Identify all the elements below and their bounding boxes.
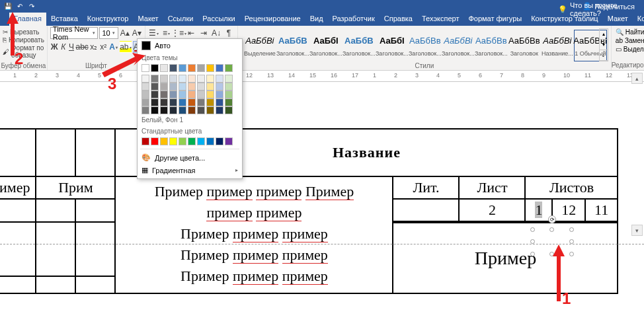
color-swatch[interactable] (169, 75, 177, 83)
style-item[interactable]: АаБбВвЗаголовок... (409, 30, 442, 61)
tab-вид[interactable]: Вид (305, 13, 328, 26)
font-size-combo[interactable]: 10▾ (99, 27, 118, 39)
color-swatch[interactable] (216, 137, 223, 145)
body-word[interactable]: пример (206, 204, 252, 221)
color-swatch[interactable] (206, 75, 214, 83)
color-swatch[interactable] (197, 83, 205, 91)
num-listov-3[interactable]: 11 (585, 199, 618, 222)
color-swatch[interactable] (169, 83, 177, 91)
white-bg1-row[interactable]: Белый, Фон 1 (138, 116, 242, 126)
save-icon[interactable]: 💾 (4, 3, 12, 11)
redo-icon[interactable]: ↷ (28, 3, 36, 11)
style-item[interactable]: АаБбІЗаголовок... (376, 30, 409, 61)
color-swatch[interactable] (160, 98, 168, 106)
auto-color-button[interactable]: Авто (138, 39, 242, 52)
num-lit[interactable] (393, 199, 459, 222)
color-swatch[interactable] (188, 137, 196, 145)
color-swatch[interactable] (141, 91, 149, 98)
style-item[interactable]: АаБбІЗаголовок... (309, 30, 342, 61)
header-lit[interactable]: Лит. (393, 176, 459, 199)
color-swatch[interactable] (225, 75, 233, 83)
color-swatch[interactable] (151, 83, 159, 91)
color-swatch[interactable] (188, 83, 196, 91)
multilevel-button[interactable]: ⋮≡ (173, 27, 185, 39)
style-item[interactable]: АаБбВіВыделение (243, 30, 276, 61)
color-swatch[interactable] (206, 91, 214, 98)
tab-формат фигуры[interactable]: Формат фигуры (463, 13, 526, 26)
show-marks-button[interactable]: ¶ (223, 27, 235, 39)
color-swatch[interactable] (179, 98, 186, 106)
body-cell[interactable]: Пример пример пример Примерпример пример… (115, 176, 393, 293)
color-swatch[interactable] (206, 83, 214, 91)
color-swatch[interactable] (188, 98, 196, 106)
font-name-combo[interactable]: Times New Rom▾ (50, 27, 99, 39)
color-swatch[interactable] (197, 75, 205, 83)
color-swatch[interactable] (160, 83, 168, 91)
style-item[interactable]: АаБбВЗаголовок... (342, 30, 376, 61)
color-swatch[interactable] (216, 64, 223, 72)
bold-button[interactable]: Ж (50, 41, 59, 53)
body-word[interactable]: пример (282, 268, 328, 285)
highlight-button[interactable]: ab (120, 41, 132, 53)
document-content[interactable]: Название ример Прим Пример пример пример… (0, 128, 618, 294)
numbering-button[interactable]: ≡ (161, 27, 173, 39)
undo-icon[interactable]: ↶ (16, 3, 24, 11)
color-swatch[interactable] (197, 137, 205, 145)
color-swatch[interactable] (151, 98, 159, 106)
num-list[interactable]: 2 (459, 199, 525, 222)
styles-scroll[interactable]: ▴ ▾ ⌄ (599, 28, 608, 61)
color-swatch[interactable] (216, 98, 223, 106)
horizontal-ruler[interactable]: 1234567891011121314151617123456789101112… (0, 71, 644, 82)
header-listov[interactable]: Листов (525, 176, 618, 199)
color-swatch[interactable] (206, 98, 214, 106)
select-button[interactable]: ▭Выделить (616, 45, 644, 54)
body-word[interactable]: пример (233, 268, 278, 285)
color-swatch[interactable] (160, 137, 168, 145)
subscript-button[interactable]: x₂ (89, 41, 98, 53)
color-swatch[interactable] (169, 64, 177, 72)
color-swatch[interactable] (216, 83, 223, 91)
color-swatch[interactable] (188, 75, 196, 83)
styles-up-icon[interactable]: ▴ (600, 29, 608, 40)
increase-indent-button[interactable]: ⇥ (198, 27, 210, 39)
color-swatch[interactable] (188, 91, 196, 98)
tell-me-field[interactable]: 💡 Что вы хотите сделать? (558, 1, 644, 17)
color-swatch[interactable] (206, 64, 214, 72)
color-swatch[interactable] (151, 137, 159, 145)
replace-button[interactable]: abЗаменить (616, 36, 644, 45)
color-swatch[interactable] (197, 98, 205, 106)
color-swatch[interactable] (216, 75, 223, 83)
style-item[interactable]: АаБбВЗаголовок... (276, 30, 309, 61)
body-word[interactable]: Пример (181, 268, 233, 284)
color-swatch[interactable] (169, 106, 177, 114)
color-swatch[interactable] (206, 106, 214, 114)
color-swatch[interactable] (197, 64, 205, 72)
side-cell-2[interactable]: Прим (36, 176, 115, 199)
color-swatch[interactable] (225, 83, 233, 91)
color-swatch[interactable] (179, 75, 186, 83)
color-swatch[interactable] (197, 106, 205, 114)
styles-gallery[interactable]: АаБбВіВыделениеАаБбВЗаголовок...АаБбІЗаг… (241, 27, 608, 61)
styles-more-icon[interactable]: ⌄ (600, 50, 608, 61)
styles-down-icon[interactable]: ▾ (600, 40, 608, 50)
italic-button[interactable]: К (60, 41, 67, 53)
color-swatch[interactable] (160, 64, 168, 72)
side-cell-1[interactable]: ример (0, 176, 36, 199)
decrease-indent-button[interactable]: ⇤ (186, 27, 198, 39)
selected-number[interactable]: 1 (535, 202, 542, 218)
tab-ссылки[interactable]: Ссылки (163, 13, 198, 26)
color-swatch[interactable] (179, 91, 186, 98)
body-word[interactable]: пример (206, 183, 252, 200)
color-swatch[interactable] (216, 106, 223, 114)
font-color-dropdown[interactable]: Авто Цвета темы Белый, Фон 1 Стандартные… (137, 38, 243, 179)
body-word[interactable]: Пример (155, 183, 207, 200)
color-swatch[interactable] (141, 83, 149, 91)
color-swatch[interactable] (160, 106, 168, 114)
underline-button[interactable]: Ч (68, 41, 75, 53)
tab-макет[interactable]: Макет (133, 13, 163, 26)
color-swatch[interactable] (151, 106, 159, 114)
color-swatch[interactable] (188, 106, 196, 114)
num-listov-2[interactable]: 12 (552, 199, 585, 222)
text-effects-button[interactable]: A (108, 41, 118, 53)
color-swatch[interactable] (160, 91, 168, 98)
